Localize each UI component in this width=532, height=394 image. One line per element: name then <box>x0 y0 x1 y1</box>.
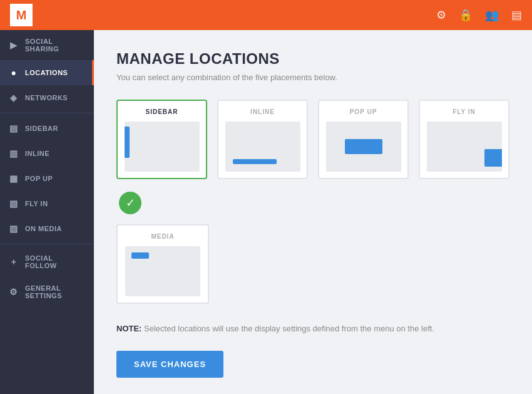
page-title: MANAGE LOCATIONS <box>116 50 509 68</box>
popup-preview-bar <box>345 139 382 154</box>
note-label: NOTE: <box>116 324 141 333</box>
networks-icon: ◈ <box>9 93 19 103</box>
flyin-preview <box>427 122 502 172</box>
sidebar-preview <box>125 122 200 172</box>
sidebar-item-sidebar[interactable]: ▤ SIDEBAR <box>0 116 94 141</box>
app-body: ▶ SOCIAL SHARING ● LOCATIONS ◈ NETWORKS … <box>0 30 532 394</box>
sidebar: ▶ SOCIAL SHARING ● LOCATIONS ◈ NETWORKS … <box>0 30 94 394</box>
app-header: M ⚙ 🔒 👥 ▤ <box>0 0 532 30</box>
sidebar-item-inline[interactable]: ▥ INLINE <box>0 141 94 166</box>
sidebar-label-popup: POP UP <box>25 175 53 182</box>
gear-icon[interactable]: ⚙ <box>436 8 446 22</box>
sidebar-label-inline: INLINE <box>25 150 49 157</box>
chart-icon[interactable]: ▤ <box>511 8 522 22</box>
on-media-icon: ▨ <box>9 224 19 234</box>
social-sharing-icon: ▶ <box>9 40 19 50</box>
locations-icon: ● <box>9 68 19 78</box>
sidebar-label-sidebar: SIDEBAR <box>25 125 58 132</box>
sidebar-item-social-sharing[interactable]: ▶ SOCIAL SHARING <box>0 30 94 60</box>
placement-card-media[interactable]: MEDIA <box>116 224 209 304</box>
inline-preview <box>225 122 300 172</box>
note-text: Selected locations will use the display … <box>144 324 434 333</box>
sidebar-item-locations[interactable]: ● LOCATIONS <box>0 60 94 85</box>
placement-label-flyin: FLY IN <box>453 108 476 115</box>
page-subtitle: You can select any combination of the fi… <box>116 73 509 82</box>
inline-preview-bar <box>233 159 277 164</box>
sidebar-preview-bar <box>125 127 130 158</box>
header-icons: ⚙ 🔒 👥 ▤ <box>436 8 522 22</box>
placement-label-popup: POP UP <box>350 108 377 115</box>
sidebar-item-general-settings[interactable]: ⚙ GENERAL SETTINGS <box>0 277 94 307</box>
placement-card-popup[interactable]: POP UP <box>318 100 409 179</box>
placement-card-inline[interactable]: INLINE <box>217 100 308 179</box>
placement-label-media: MEDIA <box>151 233 174 240</box>
sidebar-label-networks: NETWORKS <box>25 94 68 101</box>
placement-card-sidebar[interactable]: SIDEBAR <box>116 100 207 179</box>
check-row: ✓ <box>116 192 509 214</box>
general-settings-icon: ⚙ <box>9 287 19 297</box>
inline-icon: ▥ <box>9 148 19 158</box>
sidebar-divider-1 <box>0 113 94 113</box>
media-preview-bar <box>131 252 149 259</box>
lock-icon[interactable]: 🔒 <box>459 8 473 22</box>
sidebar-label-general-settings: GENERAL SETTINGS <box>25 284 85 299</box>
sidebar-label-locations: LOCATIONS <box>25 69 68 76</box>
placement-label-inline: INLINE <box>250 108 275 115</box>
popup-preview <box>326 122 401 172</box>
placement-label-sidebar: SIDEBAR <box>145 108 178 115</box>
sidebar-label-on-media: ON MEDIA <box>25 225 62 232</box>
sidebar-item-social-follow[interactable]: + SOCIAL FOLLOW <box>0 247 94 277</box>
save-button[interactable]: SAVE CHANGES <box>116 351 223 378</box>
sidebar-label-flyin: FLY IN <box>25 200 48 207</box>
placement-card-flyin[interactable]: FLY IN <box>419 100 509 179</box>
note-section: NOTE: Selected locations will use the di… <box>116 324 509 333</box>
media-row: MEDIA <box>116 224 509 304</box>
sidebar-item-networks[interactable]: ◈ NETWORKS <box>0 85 94 110</box>
social-follow-icon: + <box>9 257 19 267</box>
media-preview <box>125 246 200 296</box>
sidebar-item-flyin[interactable]: ▧ FLY IN <box>0 191 94 216</box>
sidebar-label-social-sharing: SOCIAL SHARING <box>25 38 85 53</box>
sidebar-divider-2 <box>0 244 94 244</box>
sidebar-item-popup[interactable]: ▦ POP UP <box>0 166 94 191</box>
flyin-preview-bar <box>484 149 502 167</box>
popup-icon: ▦ <box>9 174 19 184</box>
app-logo: M <box>10 4 33 26</box>
selected-check-icon: ✓ <box>119 192 141 214</box>
sidebar-menu-icon: ▤ <box>9 123 19 133</box>
main-content: MANAGE LOCATIONS You can select any comb… <box>94 30 532 394</box>
placements-row: SIDEBAR INLINE POP UP F <box>116 100 509 179</box>
flyin-icon: ▧ <box>9 199 19 209</box>
users-icon[interactable]: 👥 <box>485 8 499 22</box>
sidebar-item-on-media[interactable]: ▨ ON MEDIA <box>0 216 94 241</box>
sidebar-label-social-follow: SOCIAL FOLLOW <box>25 254 85 269</box>
